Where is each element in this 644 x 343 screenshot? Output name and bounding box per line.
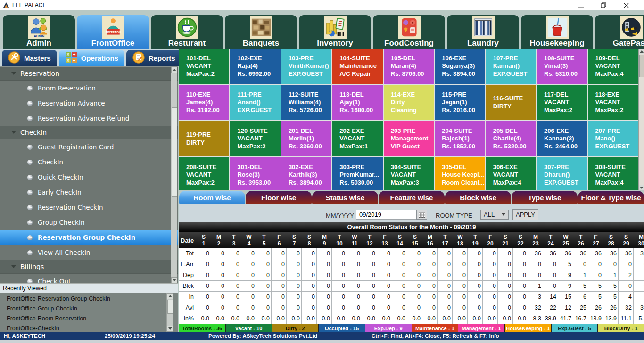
room-card-106[interactable]: 106-EXESuganya(3)Rs. 3894.00 <box>435 49 485 84</box>
sidebar-item-reservation-advance-refund[interactable]: Reservation Advance Refund <box>0 111 178 126</box>
room-card-205[interactable]: 205-DELCharlie(4)Rs. 5320.00 <box>486 121 536 156</box>
table-cell: 0 <box>453 259 468 270</box>
room-card-303[interactable]: 303-PREPremKumar...Rs. 5030.00 <box>332 157 382 190</box>
sidebar-item-check-out[interactable]: Check Out <box>0 274 178 283</box>
scrollbar-thumb[interactable] <box>167 300 173 314</box>
room-type-select[interactable]: ALL <box>480 210 509 220</box>
room-card-114[interactable]: 114-EXEDirtyCleaning <box>384 85 434 120</box>
room-card-108[interactable]: 108-SUITEVimal(3)Rs. 5310.00 <box>537 49 587 84</box>
room-card-307[interactable]: 307-PREDharun()EXP.GUEST <box>537 157 587 190</box>
sidebar-item-checkin[interactable]: CheckIn <box>0 155 178 170</box>
room-card-104[interactable]: 104-SUITEMaintenanceA/C Repair <box>332 49 382 84</box>
room-card-302[interactable]: 302-EXEKarthik(3)Rs. 3894.00 <box>281 157 331 190</box>
room-card-204[interactable]: 204-SUITERajesh(1)Rs. 1852.00 <box>435 121 485 156</box>
view-tab-room-wise[interactable]: Room wise <box>179 191 245 204</box>
tab-frontoffice[interactable]: RECEPTION FrontOffice <box>77 15 149 49</box>
room-card-103[interactable]: 103-PREVinithKumar()EXP.GUEST <box>281 49 331 84</box>
view-tab-floor-type-wise[interactable]: Floor & Type wise <box>578 191 644 204</box>
sidebar-group-billings[interactable]: Billings <box>0 260 178 274</box>
room-card-207[interactable]: 207-PREMano()EXP.GUEST <box>588 121 638 156</box>
restore-button[interactable] <box>592 0 615 10</box>
room-card-120[interactable]: 120-SUITEVACANTMaxPax:2 <box>230 121 280 156</box>
room-card-113[interactable]: 113-DELAjay(1)Rs. 1680.00 <box>332 85 382 120</box>
sidebar-group-checkin[interactable]: CheckIn <box>0 126 178 139</box>
room-card-111[interactable]: 111-PREAnand()EXP.GUEST <box>230 85 280 120</box>
room-card-305[interactable]: 305-DELHouse Keepi...Room Cleani... <box>435 157 485 190</box>
sidebar-item-reservation-advance[interactable]: Reservation Advance <box>0 96 178 111</box>
minimize-button[interactable] <box>570 0 592 10</box>
scroll-up-icon[interactable] <box>171 67 177 73</box>
tab-admin[interactable]: ADMIN Admin <box>3 15 75 49</box>
room-card-301[interactable]: 301-DELRose(3)Rs. 3953.00 <box>230 157 280 190</box>
table-cell: 0.0 <box>211 313 226 324</box>
sidebar-item-guest-registration-card[interactable]: Guest Registration Card <box>0 139 178 155</box>
recent-item-frontoffice-group-checkin[interactable]: FrontOffice-Group CheckIn <box>0 303 178 313</box>
room-card-115[interactable]: 115-PREJegan(1)Rs. 2016.00 <box>435 85 485 120</box>
sidebar-scrollbar[interactable] <box>171 67 177 283</box>
sidebar-item-quick-checkin[interactable]: Quick CheckIn <box>0 170 178 185</box>
apply-button[interactable]: APPLY <box>512 209 538 220</box>
room-card-306[interactable]: 306-EXEVACANTMaxPax:4 <box>486 157 536 190</box>
room-card-118[interactable]: 118-EXEVACANTMaxPax:2 <box>588 85 638 120</box>
masters-button[interactable]: Masters <box>2 50 57 66</box>
scroll-down-icon[interactable] <box>639 185 644 190</box>
day-letter: W <box>563 234 568 240</box>
close-button[interactable] <box>615 0 637 10</box>
view-tab-status-wise[interactable]: Status wise <box>312 191 378 204</box>
view-tab-floor-wise[interactable]: Floor wise <box>246 191 312 204</box>
scroll-up-icon[interactable] <box>167 293 173 299</box>
room-card-117[interactable]: 117-DELVACANTMaxPax:2 <box>537 85 587 120</box>
recent-scrollbar[interactable] <box>166 293 173 332</box>
room-card-line: Rs. 2464.00 <box>544 143 587 151</box>
table-cell: 26 <box>603 302 619 313</box>
tab-foodcosting[interactable]: FoodCosting <box>373 15 445 49</box>
room-card-105[interactable]: 105-DELMaran(4)Rs. 8706.00 <box>384 49 434 84</box>
recent-item-frontoffice-room-reservation[interactable]: FrontOffice-Room Reservation <box>0 313 178 323</box>
room-grid-scrollbar[interactable] <box>638 49 644 190</box>
tab-housekeeping[interactable]: Housekeeping <box>521 15 593 49</box>
calendar-button[interactable] <box>416 210 427 220</box>
view-tab-feature-wise[interactable]: Feature wise <box>379 191 445 204</box>
view-tab-type-wise[interactable]: Type wise <box>512 191 578 204</box>
scroll-down-icon[interactable] <box>167 326 173 332</box>
tab-banquets[interactable]: Banquets <box>225 15 297 49</box>
room-card-201[interactable]: 201-DELMerlin(1)Rs. 3360.00 <box>281 121 331 156</box>
room-card-101[interactable]: 101-DELVACANTMaxPax:2 <box>179 49 229 84</box>
room-card-107[interactable]: 107-PREKannan()EXP.GUEST <box>486 49 536 84</box>
recent-item-frontoffice-checkin[interactable]: FrontOffice-CheckIn <box>0 323 178 333</box>
month-input[interactable] <box>356 210 416 220</box>
sidebar-item-early-checkin[interactable]: Early CheckIn <box>0 185 178 200</box>
tab-inventory[interactable]: Inventory <box>299 15 371 49</box>
room-card-102[interactable]: 102-EXERaja(4)Rs. 6992.00 <box>230 49 280 84</box>
tab-resturant[interactable]: Resturant <box>151 15 223 49</box>
tab-laundry[interactable]: Laundry <box>447 15 519 49</box>
sidebar-item-view-all-checkin[interactable]: View All CheckIn <box>0 245 178 260</box>
room-card-119[interactable]: 119-PREDIRTY <box>179 121 229 156</box>
scrollbar-thumb[interactable] <box>172 107 177 197</box>
room-card-208[interactable]: 208-SUITEVACANTMaxPax:2 <box>179 157 229 190</box>
sidebar-group-reservation[interactable]: Reservation <box>0 67 178 81</box>
day-letter: S <box>202 234 206 240</box>
room-card-304[interactable]: 304-SUITEVACANTMaxPax:3 <box>384 157 434 190</box>
view-tab-block-wise[interactable]: Block wise <box>445 191 511 204</box>
sidebar-item-reservation-group-checkin[interactable]: Reservation Group CheckIn <box>0 230 178 245</box>
sidebar-item-group-checkin[interactable]: Group CheckIn <box>0 215 178 230</box>
sidebar-item-reservation-checkin[interactable]: Reservation CheckIn <box>0 200 178 215</box>
room-card-308[interactable]: 308-SUITEVACANTMaxPax:4 <box>588 157 638 190</box>
operations-button[interactable]: ×+×− Operations <box>59 50 124 66</box>
reports-button[interactable]: Reports <box>126 50 182 66</box>
tab-gatepass[interactable]: GatePass <box>595 15 644 49</box>
scrollbar-thumb[interactable] <box>639 55 644 77</box>
room-card-202[interactable]: 202-EXEVACANTMaxPax:1 <box>332 121 382 156</box>
room-card-206[interactable]: 206-EXEKannan(2)Rs. 2464.00 <box>537 121 587 156</box>
room-card-112[interactable]: 112-SUITEWilliams(4)Rs. 5726.00 <box>281 85 331 120</box>
table-cell: 0 <box>332 302 347 313</box>
scroll-down-icon[interactable] <box>171 277 177 283</box>
sidebar-item-room-reservation[interactable]: Room Reservation <box>0 81 178 96</box>
scroll-up-icon[interactable] <box>639 49 644 54</box>
room-card-110[interactable]: 110-EXEJames(4)Rs. 3192.00 <box>179 85 229 120</box>
recent-item-frontoffice-reservation-group-checkin[interactable]: FrontOffice-Reservation Group CheckIn <box>0 294 178 303</box>
room-card-109[interactable]: 109-DELVACANTMaxPax:4 <box>588 49 638 84</box>
room-card-203[interactable]: 203-PREManagementVIP Guest <box>384 121 434 156</box>
room-card-116[interactable]: 116-SUITEDIRTY <box>486 85 536 120</box>
